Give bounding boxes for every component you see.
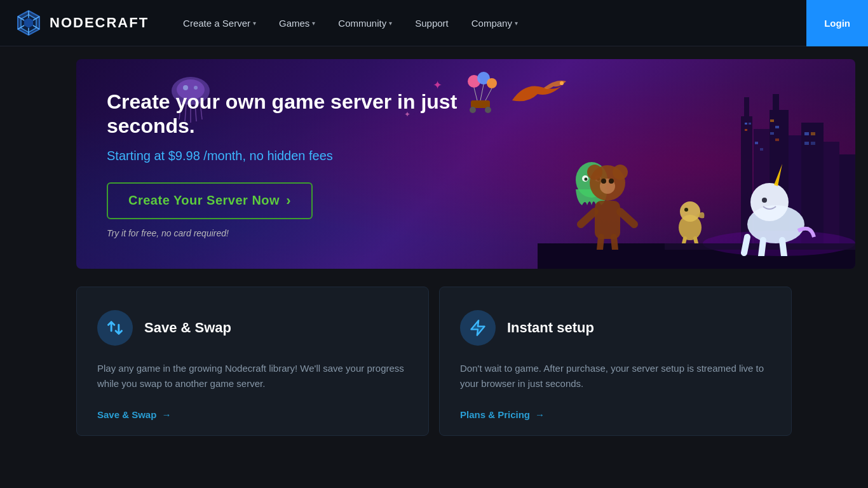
nav-company[interactable]: Company ▾ <box>463 13 527 34</box>
chevron-down-icon: ▾ <box>253 20 256 27</box>
hero-content: Create your own game server in just seco… <box>76 59 855 269</box>
login-button[interactable]: Login <box>806 0 868 46</box>
chevron-down-icon: ▾ <box>389 20 392 27</box>
nav-links: Create a Server ▾ Games ▾ Community ▾ Su… <box>174 13 853 34</box>
plans-pricing-link[interactable]: Plans & Pricing → <box>460 409 771 420</box>
navbar: NODECRAFT Create a Server ▾ Games ▾ Comm… <box>0 0 868 46</box>
save-swap-description: Play any game in the growing Nodecraft l… <box>97 361 408 391</box>
arrow-icon: → <box>535 409 545 420</box>
hero-banner: ✦ ✦ Create your own game server in just … <box>76 59 855 269</box>
save-swap-link[interactable]: Save & Swap → <box>97 409 408 420</box>
instant-setup-card: Instant setup Don't wait to game. After … <box>439 287 792 436</box>
create-server-button[interactable]: Create Your Server Now › <box>107 182 313 219</box>
chevron-down-icon: ▾ <box>312 20 315 27</box>
site-logo[interactable]: NODECRAFT <box>15 10 149 36</box>
nav-games[interactable]: Games ▾ <box>270 13 324 34</box>
hero-subtitle: Starting at $9.98 /month, no hidden fees <box>107 149 825 163</box>
nav-support[interactable]: Support <box>406 13 458 34</box>
logo-icon <box>15 10 42 36</box>
swap-icon <box>106 319 124 337</box>
arrow-icon: › <box>286 193 291 209</box>
save-swap-title: Save & Swap <box>144 320 231 336</box>
card-header: Instant setup <box>460 310 771 346</box>
lightning-icon-circle <box>460 310 496 346</box>
chevron-down-icon: ▾ <box>515 20 518 27</box>
instant-setup-description: Don't wait to game. After purchase, your… <box>460 361 771 391</box>
feature-cards: Save & Swap Play any game in the growing… <box>76 281 792 449</box>
nav-create-server[interactable]: Create a Server ▾ <box>174 13 265 34</box>
hero-free-trial-text: Try it for free, no card required! <box>107 228 825 238</box>
instant-setup-title: Instant setup <box>507 320 594 336</box>
nav-community[interactable]: Community ▾ <box>329 13 401 34</box>
swap-icon-circle <box>97 310 133 346</box>
logo-text: NODECRAFT <box>50 15 149 31</box>
save-swap-card: Save & Swap Play any game in the growing… <box>76 287 429 436</box>
lightning-icon <box>469 319 487 337</box>
card-header: Save & Swap <box>97 310 408 346</box>
hero-title: Create your own game server in just seco… <box>107 90 501 139</box>
arrow-icon: → <box>161 409 171 420</box>
